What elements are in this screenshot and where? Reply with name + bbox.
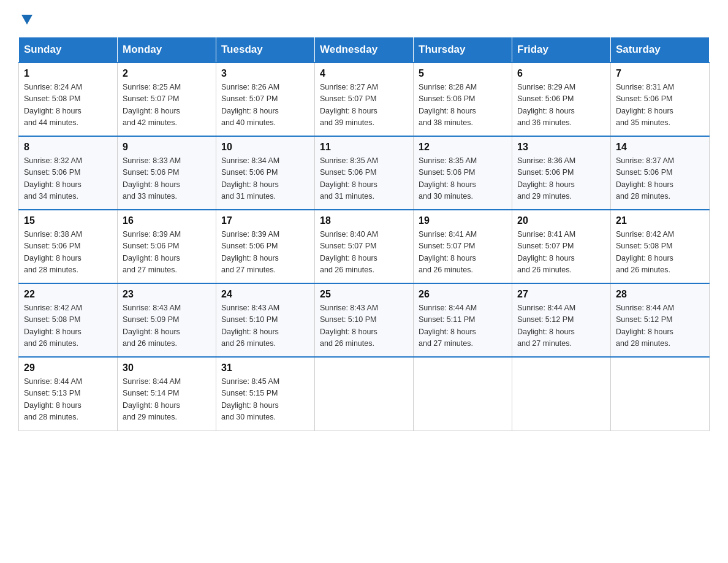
day-number: 29 [24,362,112,373]
weekday-header-friday: Friday [512,37,611,63]
calendar-week-row: 22Sunrise: 8:42 AMSunset: 5:08 PMDayligh… [19,283,710,357]
day-number: 27 [517,289,605,300]
calendar-day-cell: 18Sunrise: 8:40 AMSunset: 5:07 PMDayligh… [315,210,414,283]
calendar-day-cell: 27Sunrise: 8:44 AMSunset: 5:12 PMDayligh… [512,283,611,357]
day-info: Sunrise: 8:43 AMSunset: 5:10 PMDaylight:… [221,302,309,350]
calendar-day-cell: 2Sunrise: 8:25 AMSunset: 5:07 PMDaylight… [118,63,216,136]
calendar-table: SundayMondayTuesdayWednesdayThursdayFrid… [18,37,710,431]
day-info: Sunrise: 8:42 AMSunset: 5:08 PMDaylight:… [24,302,112,350]
day-info: Sunrise: 8:34 AMSunset: 5:06 PMDaylight:… [221,155,309,203]
day-info: Sunrise: 8:44 AMSunset: 5:12 PMDaylight:… [616,302,704,350]
day-info: Sunrise: 8:41 AMSunset: 5:07 PMDaylight:… [517,229,605,277]
day-info: Sunrise: 8:35 AMSunset: 5:06 PMDaylight:… [320,155,408,203]
day-info: Sunrise: 8:39 AMSunset: 5:06 PMDaylight:… [221,229,309,277]
day-number: 16 [123,215,211,226]
calendar-day-cell: 5Sunrise: 8:28 AMSunset: 5:06 PMDaylight… [414,63,512,136]
day-number: 22 [24,289,112,300]
day-info: Sunrise: 8:24 AMSunset: 5:08 PMDaylight:… [24,82,112,129]
day-number: 4 [320,68,408,79]
calendar-day-cell: 14Sunrise: 8:37 AMSunset: 5:06 PMDayligh… [611,136,710,210]
empty-cell [611,357,710,431]
calendar-day-cell: 17Sunrise: 8:39 AMSunset: 5:06 PMDayligh… [216,210,315,283]
day-info: Sunrise: 8:38 AMSunset: 5:06 PMDaylight:… [24,229,112,277]
day-info: Sunrise: 8:41 AMSunset: 5:07 PMDaylight:… [419,229,507,277]
calendar-day-cell: 29Sunrise: 8:44 AMSunset: 5:13 PMDayligh… [19,357,118,431]
logo-triangle-icon [21,15,32,25]
day-number: 21 [616,215,704,226]
day-info: Sunrise: 8:35 AMSunset: 5:06 PMDaylight:… [419,155,507,203]
day-info: Sunrise: 8:33 AMSunset: 5:06 PMDaylight:… [123,155,211,203]
calendar-day-cell: 21Sunrise: 8:42 AMSunset: 5:08 PMDayligh… [611,210,710,283]
day-number: 7 [616,68,704,79]
day-info: Sunrise: 8:37 AMSunset: 5:06 PMDaylight:… [616,155,704,203]
calendar-day-cell: 11Sunrise: 8:35 AMSunset: 5:06 PMDayligh… [315,136,414,210]
calendar-day-cell: 31Sunrise: 8:45 AMSunset: 5:15 PMDayligh… [216,357,315,431]
day-number: 20 [517,215,605,226]
day-number: 17 [221,215,309,226]
calendar-day-cell: 22Sunrise: 8:42 AMSunset: 5:08 PMDayligh… [19,283,118,357]
empty-cell [512,357,611,431]
calendar-week-row: 8Sunrise: 8:32 AMSunset: 5:06 PMDaylight… [19,136,710,210]
day-number: 24 [221,289,309,300]
day-info: Sunrise: 8:29 AMSunset: 5:06 PMDaylight:… [517,82,605,129]
day-number: 5 [419,68,507,79]
day-info: Sunrise: 8:39 AMSunset: 5:06 PMDaylight:… [123,229,211,277]
calendar-day-cell: 15Sunrise: 8:38 AMSunset: 5:06 PMDayligh… [19,210,118,283]
calendar-day-cell: 8Sunrise: 8:32 AMSunset: 5:06 PMDaylight… [19,136,118,210]
calendar-day-cell: 9Sunrise: 8:33 AMSunset: 5:06 PMDaylight… [118,136,216,210]
calendar-day-cell: 28Sunrise: 8:44 AMSunset: 5:12 PMDayligh… [611,283,710,357]
calendar-day-cell: 12Sunrise: 8:35 AMSunset: 5:06 PMDayligh… [414,136,512,210]
day-number: 13 [517,142,605,153]
calendar-day-cell: 16Sunrise: 8:39 AMSunset: 5:06 PMDayligh… [118,210,216,283]
calendar-day-cell: 25Sunrise: 8:43 AMSunset: 5:10 PMDayligh… [315,283,414,357]
day-info: Sunrise: 8:43 AMSunset: 5:09 PMDaylight:… [123,302,211,350]
day-info: Sunrise: 8:44 AMSunset: 5:11 PMDaylight:… [419,302,507,350]
weekday-header-tuesday: Tuesday [216,37,315,63]
calendar-week-row: 15Sunrise: 8:38 AMSunset: 5:06 PMDayligh… [19,210,710,283]
day-number: 6 [517,68,605,79]
empty-cell [414,357,512,431]
calendar-day-cell: 30Sunrise: 8:44 AMSunset: 5:14 PMDayligh… [118,357,216,431]
day-info: Sunrise: 8:45 AMSunset: 5:15 PMDaylight:… [221,376,309,424]
day-number: 19 [419,215,507,226]
day-info: Sunrise: 8:28 AMSunset: 5:06 PMDaylight:… [419,82,507,129]
day-info: Sunrise: 8:40 AMSunset: 5:07 PMDaylight:… [320,229,408,277]
empty-cell [315,357,414,431]
day-info: Sunrise: 8:26 AMSunset: 5:07 PMDaylight:… [221,82,309,129]
calendar-day-cell: 19Sunrise: 8:41 AMSunset: 5:07 PMDayligh… [414,210,512,283]
weekday-header-wednesday: Wednesday [315,37,414,63]
day-info: Sunrise: 8:25 AMSunset: 5:07 PMDaylight:… [123,82,211,129]
day-info: Sunrise: 8:42 AMSunset: 5:08 PMDaylight:… [616,229,704,277]
calendar-day-cell: 13Sunrise: 8:36 AMSunset: 5:06 PMDayligh… [512,136,611,210]
logo [18,12,32,25]
calendar-day-cell: 1Sunrise: 8:24 AMSunset: 5:08 PMDaylight… [19,63,118,136]
calendar-week-row: 29Sunrise: 8:44 AMSunset: 5:13 PMDayligh… [19,357,710,431]
day-number: 2 [123,68,211,79]
weekday-header-thursday: Thursday [414,37,512,63]
day-number: 1 [24,68,112,79]
day-number: 3 [221,68,309,79]
day-info: Sunrise: 8:36 AMSunset: 5:06 PMDaylight:… [517,155,605,203]
weekday-header-sunday: Sunday [19,37,118,63]
day-info: Sunrise: 8:44 AMSunset: 5:12 PMDaylight:… [517,302,605,350]
day-info: Sunrise: 8:44 AMSunset: 5:13 PMDaylight:… [24,376,112,424]
day-number: 11 [320,142,408,153]
weekday-header-saturday: Saturday [611,37,710,63]
day-number: 14 [616,142,704,153]
day-number: 31 [221,362,309,373]
day-info: Sunrise: 8:44 AMSunset: 5:14 PMDaylight:… [123,376,211,424]
day-number: 9 [123,142,211,153]
day-number: 23 [123,289,211,300]
calendar-day-cell: 24Sunrise: 8:43 AMSunset: 5:10 PMDayligh… [216,283,315,357]
calendar-day-cell: 26Sunrise: 8:44 AMSunset: 5:11 PMDayligh… [414,283,512,357]
calendar-day-cell: 23Sunrise: 8:43 AMSunset: 5:09 PMDayligh… [118,283,216,357]
calendar-day-cell: 10Sunrise: 8:34 AMSunset: 5:06 PMDayligh… [216,136,315,210]
calendar-day-cell: 7Sunrise: 8:31 AMSunset: 5:06 PMDaylight… [611,63,710,136]
day-number: 8 [24,142,112,153]
weekday-header-monday: Monday [118,37,216,63]
day-number: 30 [123,362,211,373]
day-number: 12 [419,142,507,153]
calendar-week-row: 1Sunrise: 8:24 AMSunset: 5:08 PMDaylight… [19,63,710,136]
day-info: Sunrise: 8:43 AMSunset: 5:10 PMDaylight:… [320,302,408,350]
calendar-day-cell: 20Sunrise: 8:41 AMSunset: 5:07 PMDayligh… [512,210,611,283]
